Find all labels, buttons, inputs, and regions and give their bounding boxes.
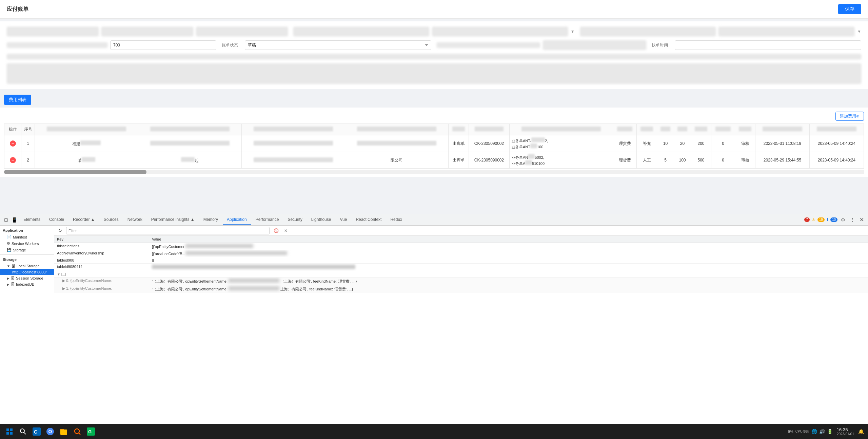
- row2-b2: 起: [138, 152, 242, 169]
- svg-rect-2: [6, 432, 9, 435]
- sidebar-item-storage-main[interactable]: 💾 Storage: [0, 247, 54, 253]
- row1-b1: 福建: [35, 135, 138, 152]
- form-row-1: ▼ ▼: [7, 27, 861, 36]
- sidebar-storage-label: Storage: [13, 248, 26, 252]
- devtools-tab-bar: ⊡ 📱 Elements Console Recorder ▲ Sources …: [0, 214, 868, 226]
- tab-redux[interactable]: Redux: [386, 215, 406, 225]
- row2-action: −: [4, 152, 21, 169]
- taskbar-right: 9% CPU使用 🌐 🔊 🔋 16:35 2023-01-01 🔔: [788, 427, 864, 436]
- taskbar-icon-app5[interactable]: G: [85, 426, 96, 437]
- col-qty: [657, 124, 674, 135]
- close-filter-button[interactable]: ✕: [283, 228, 289, 234]
- row2-biz: 业务单AN5002, 业务单A510100: [510, 152, 613, 169]
- sidebar-indexeddb-group[interactable]: ▶ 🗄 IndexedDB: [0, 281, 54, 287]
- search-taskbar-icon[interactable]: [18, 426, 28, 437]
- sidebar-app-title: Application: [0, 227, 54, 234]
- sidebar-session-storage-group[interactable]: ▶ 🗄 Session Storage: [0, 275, 54, 281]
- stamp-time-label: 扶单时间: [652, 42, 672, 48]
- tab-network[interactable]: Network: [123, 215, 146, 225]
- form-section: ▼ ▼ 账单状态 草稿 已审核 已付款: [0, 21, 868, 89]
- svg-text:G: G: [88, 429, 92, 434]
- taskbar-icon-explorer[interactable]: [58, 426, 69, 437]
- close-devtools-icon[interactable]: ✕: [858, 216, 865, 224]
- sidebar-indexeddb-label: IndexedDB: [16, 282, 34, 286]
- tab-performance[interactable]: Performance: [252, 215, 283, 225]
- windows-icon[interactable]: [4, 426, 15, 437]
- col-unit-price: [674, 124, 691, 135]
- sidebar-local-storage-group[interactable]: ▼ 🗄 Local Storage: [0, 263, 54, 269]
- inspector-icon[interactable]: ⊡: [3, 216, 9, 223]
- row-key-addinventory: AddNewInventoryOwnership: [54, 250, 149, 257]
- warn-badge: 19: [817, 217, 825, 222]
- storage-row[interactable]: tableid908 []: [54, 257, 868, 264]
- add-fee-button[interactable]: 添加费用⊕: [835, 112, 864, 121]
- tab-recorder[interactable]: Recorder ▲: [69, 215, 99, 225]
- more-icon[interactable]: ⋮: [849, 216, 856, 223]
- amount-input[interactable]: [110, 40, 216, 50]
- row2-delete-button[interactable]: −: [10, 157, 16, 163]
- json-expand-icon[interactable]: ▼ [...]: [57, 272, 66, 276]
- row2-fee-item: 人工: [637, 152, 657, 169]
- storage-row[interactable]: thisselections [{'opEntityCustomer:: [54, 243, 868, 250]
- row2-index: 2: [21, 152, 35, 169]
- col-b3: [242, 124, 345, 135]
- account-status-select[interactable]: 草稿 已审核 已付款: [245, 40, 431, 50]
- storage-row-child[interactable]: ▶ 0: {opEntityCustomerName: '（上海）有限公司', …: [54, 278, 868, 285]
- taskbar-icon-chrome[interactable]: [45, 426, 56, 437]
- col-fee-item: [637, 124, 657, 135]
- tab-application[interactable]: Application: [223, 215, 251, 225]
- device-icon[interactable]: 📱: [10, 216, 19, 223]
- tab-security[interactable]: Security: [283, 215, 306, 225]
- devtools-toolbar: ↻ 🚫 ✕: [54, 226, 868, 236]
- col-b4: [345, 124, 449, 135]
- save-button[interactable]: 保存: [838, 4, 861, 14]
- sidebar-item-manifest[interactable]: 📄 Manifest: [0, 234, 54, 240]
- sidebar-manifest-label: Manifest: [13, 235, 27, 239]
- svg-rect-12: [60, 429, 64, 430]
- taskbar-icon-vscode[interactable]: C: [31, 426, 42, 437]
- stamp-time-input[interactable]: [675, 40, 861, 50]
- storage-row-child[interactable]: ▶ 1: {opEntityCustomerName: '（上海）有限公司', …: [54, 285, 868, 293]
- storage-table-scroll[interactable]: Key Value thisselections [{'opEntityCust…: [54, 236, 868, 424]
- blurred-field-8: [437, 42, 540, 48]
- tab-vue[interactable]: Vue: [336, 215, 351, 225]
- manifest-icon: 📄: [7, 235, 12, 239]
- indexeddb-icon: 🗄: [11, 282, 15, 286]
- storage-row-expanded[interactable]: ▼ [...]: [54, 271, 868, 278]
- row1-biz: 业务单ANT-2, 业务单ANT100: [510, 135, 613, 152]
- row2-company: 限公司: [345, 152, 449, 169]
- filter-input[interactable]: [66, 227, 270, 234]
- key-column-header: Key: [54, 236, 149, 243]
- tab-lighthouse[interactable]: Lighthouse: [307, 215, 335, 225]
- tab-sources[interactable]: Sources: [100, 215, 123, 225]
- horizontal-scrollbar[interactable]: [4, 170, 864, 174]
- taskbar-icon-search-app[interactable]: [72, 426, 83, 437]
- row2-qty: 5: [657, 152, 674, 169]
- table-row: − 2 某 起 限公司 出库单 CK-2305090002 业务单AN5002,…: [4, 152, 864, 169]
- clear-filter-button[interactable]: 🚫: [272, 228, 280, 234]
- sidebar-divider: [0, 254, 54, 255]
- tab-elements[interactable]: Elements: [19, 215, 44, 225]
- col-order-type: [449, 124, 469, 135]
- storage-row[interactable]: tableid9080414: [54, 264, 868, 271]
- svg-line-14: [79, 433, 80, 435]
- svg-line-5: [24, 432, 26, 434]
- taskbar-left: C G: [4, 426, 96, 437]
- notification-icon[interactable]: 🔔: [858, 429, 864, 434]
- tab-memory[interactable]: Memory: [199, 215, 222, 225]
- sidebar-localhost-item[interactable]: http://localhost:8000/: [0, 269, 54, 275]
- tab-react-context[interactable]: React Context: [352, 215, 386, 225]
- row-val-child1: '（上海）有限公司', opEntitySettlementName: 上海）有…: [149, 285, 868, 293]
- refresh-button[interactable]: ↻: [57, 227, 63, 234]
- service-workers-icon: ⚙: [7, 241, 10, 246]
- row-val-tableid9080414: [149, 264, 868, 271]
- tab-console[interactable]: Console: [45, 215, 68, 225]
- storage-row[interactable]: AddNewInventoryOwnership [{'areaLocCode'…: [54, 250, 868, 257]
- row1-delete-button[interactable]: −: [10, 140, 16, 147]
- tab-performance-insights[interactable]: Performance insights ▲: [147, 215, 199, 225]
- scrollbar-thumb[interactable]: [4, 170, 146, 174]
- sidebar-item-service-workers[interactable]: ⚙ Service Workers: [0, 240, 54, 247]
- settings-icon[interactable]: ⚙: [840, 216, 847, 223]
- clock: 16:35 2023-01-01: [837, 427, 854, 436]
- svg-rect-3: [10, 432, 13, 435]
